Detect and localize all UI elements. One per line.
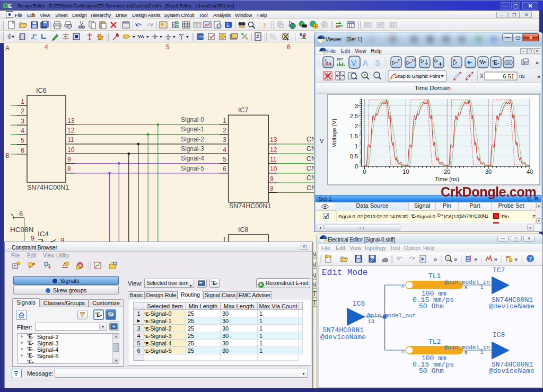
svg-text:B: B: [465, 286, 468, 291]
svg-text:B: B: [5, 152, 10, 159]
svg-text:TL2: TL2: [428, 338, 441, 346]
svg-text:Voltage (V): Voltage (V): [331, 119, 337, 147]
svg-text:X: X: [480, 73, 484, 79]
svg-text:»: »: [514, 256, 518, 262]
svg-text:20: 20: [444, 168, 450, 175]
svg-text:13: 13: [367, 318, 374, 325]
svg-text:0: 0: [363, 168, 366, 175]
svg-text:9: 9: [270, 175, 274, 183]
svg-text:»: »: [434, 256, 437, 262]
svg-text:8: 8: [67, 165, 71, 173]
svg-text:11: 11: [67, 136, 74, 144]
svg-text:SN74HC00N1: SN74HC00N1: [27, 184, 69, 191]
svg-text:10: 10: [270, 165, 277, 173]
svg-text:IC6: IC6: [353, 300, 365, 308]
svg-text:5: 5: [21, 137, 24, 144]
svg-text:6: 6: [223, 165, 226, 173]
svg-text:»: »: [537, 73, 540, 79]
svg-text:?: ?: [529, 255, 532, 262]
svg-text:3: 3: [223, 136, 226, 144]
svg-text:A: A: [5, 44, 10, 52]
svg-text:IC6: IC6: [36, 87, 47, 94]
svg-text:D: D: [412, 58, 415, 63]
svg-text:A: A: [401, 284, 405, 290]
svg-text:5: 5: [166, 43, 170, 51]
svg-text:4: 4: [223, 146, 226, 154]
svg-text:Signal-3: Signal-3: [181, 145, 204, 153]
svg-text:IC7: IC7: [493, 266, 505, 274]
svg-text:13: 13: [270, 136, 277, 144]
svg-text:A: A: [363, 58, 368, 67]
svg-text:FFT: FFT: [337, 58, 343, 61]
svg-text:IC8: IC8: [493, 331, 505, 339]
svg-text:3: 3: [21, 118, 24, 125]
svg-text:6: 6: [287, 43, 291, 51]
svg-text:S: S: [375, 58, 380, 67]
svg-text:Signal-2: Signal-2: [181, 136, 204, 143]
svg-text:1: 1: [355, 143, 358, 149]
svg-text:»: »: [474, 256, 477, 262]
svg-text:@deviceName: @deviceName: [320, 333, 366, 341]
svg-text:Signal-1: Signal-1: [181, 126, 204, 133]
svg-text:1: 1: [480, 350, 483, 355]
svg-text:@deviceName: @deviceName: [489, 367, 535, 375]
svg-text:P: P: [398, 58, 401, 63]
svg-text:10: 10: [402, 168, 409, 175]
svg-text:»: »: [536, 59, 539, 66]
svg-text:V: V: [351, 58, 356, 67]
svg-text:HC08N: HC08N: [10, 226, 33, 234]
svg-text:50 Ohm: 50 Ohm: [419, 367, 444, 375]
svg-text:Time (ns): Time (ns): [435, 176, 459, 182]
svg-text:40: 40: [527, 168, 533, 175]
svg-text:12: 12: [270, 146, 277, 154]
svg-text:IC4: IC4: [38, 230, 49, 238]
svg-text:30: 30: [485, 168, 492, 175]
svg-text:1.5: 1.5: [350, 133, 358, 139]
svg-text:0: 0: [355, 163, 358, 170]
svg-text:10: 10: [67, 146, 75, 154]
svg-text:0.5: 0.5: [350, 153, 358, 159]
svg-text:B: B: [465, 351, 468, 356]
svg-text:IC7: IC7: [238, 106, 249, 114]
svg-text:SN74HC00N1: SN74HC00N1: [229, 202, 271, 210]
svg-text:A: A: [401, 350, 405, 355]
svg-text:4: 4: [21, 127, 24, 135]
svg-text:1: 1: [21, 98, 24, 105]
svg-text:3: 3: [355, 103, 358, 109]
svg-text:Signal-5: Signal-5: [181, 165, 204, 172]
svg-text:'E-: 'E-: [492, 59, 500, 66]
svg-text:11: 11: [270, 156, 277, 163]
svg-text:»: »: [454, 256, 457, 262]
svg-text:1: 1: [480, 285, 483, 290]
svg-text:ns: ns: [519, 73, 525, 79]
svg-text:12: 12: [67, 127, 75, 134]
svg-text:6: 6: [21, 147, 24, 154]
svg-text:»: »: [494, 256, 497, 262]
svg-text:1: 1: [223, 117, 226, 124]
svg-text:9: 9: [67, 156, 71, 163]
svg-text:9: 9: [31, 234, 34, 242]
svg-text:2.5: 2.5: [350, 113, 358, 119]
svg-text:Edit Mode: Edit Mode: [322, 268, 367, 278]
svg-text:6.51: 6.51: [503, 73, 514, 79]
svg-text:Snap to Graphic Point: Snap to Graphic Point: [395, 74, 440, 79]
svg-text:TL1: TL1: [428, 272, 441, 280]
svg-text:Signal-4: Signal-4: [181, 155, 204, 162]
svg-text:2: 2: [21, 108, 24, 115]
svg-text:DB: DB: [506, 61, 511, 65]
svg-text:50 Ohm: 50 Ohm: [419, 302, 444, 310]
svg-text:2: 2: [355, 123, 358, 129]
svg-text:Signal-0: Signal-0: [181, 116, 204, 123]
svg-text:@deviceName: @deviceName: [489, 302, 535, 310]
svg-text:8: 8: [270, 185, 274, 192]
svg-text:IC8: IC8: [238, 226, 249, 234]
svg-text:6: 6: [19, 210, 23, 218]
svg-text:13: 13: [67, 117, 75, 124]
svg-text:4: 4: [45, 43, 48, 51]
svg-text:5: 5: [223, 156, 226, 163]
svg-text:2: 2: [223, 127, 226, 134]
